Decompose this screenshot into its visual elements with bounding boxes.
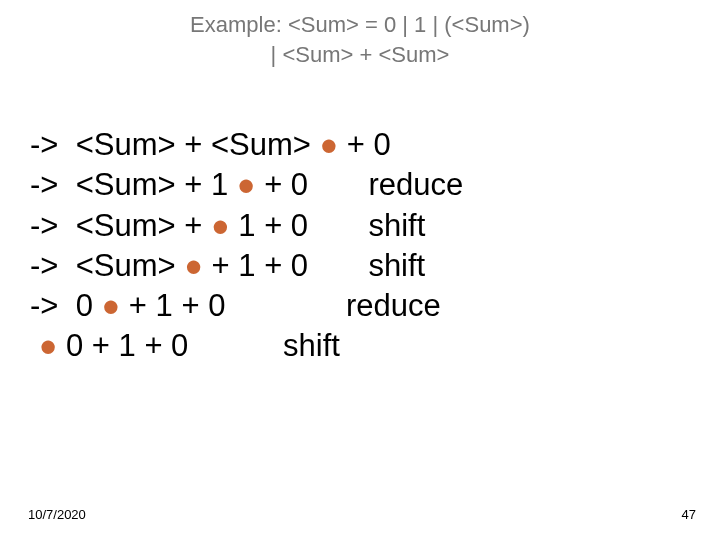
dot-marker-icon: ● xyxy=(102,286,121,326)
header-line-2: | <Sum> + <Sum> xyxy=(271,42,450,67)
dot-marker-icon: ● xyxy=(184,246,203,286)
derivation-step: -> <Sum> + <Sum> ● + 0 xyxy=(30,125,463,165)
header-line-1: Example: <Sum> = 0 | 1 | (<Sum>) xyxy=(190,12,530,37)
slide: Example: <Sum> = 0 | 1 | (<Sum>) | <Sum>… xyxy=(0,0,720,540)
step-left: -> <Sum> xyxy=(30,248,184,283)
footer-page-number: 47 xyxy=(682,507,696,522)
step-right: + 1 + 0 reduce xyxy=(120,288,441,323)
step-left xyxy=(30,328,39,363)
derivation-step: -> <Sum> ● + 1 + 0 shift xyxy=(30,246,463,286)
derivation-step: -> 0 ● + 1 + 0 reduce xyxy=(30,286,463,326)
grammar-example-header: Example: <Sum> = 0 | 1 | (<Sum>) | <Sum>… xyxy=(0,10,720,69)
footer-date: 10/7/2020 xyxy=(28,507,86,522)
step-left: -> <Sum> + 1 xyxy=(30,167,237,202)
dot-marker-icon: ● xyxy=(211,206,230,246)
dot-marker-icon: ● xyxy=(237,165,256,205)
derivation-step: -> <Sum> + ● 1 + 0 shift xyxy=(30,206,463,246)
step-left: -> 0 xyxy=(30,288,102,323)
step-left: -> <Sum> + xyxy=(30,208,211,243)
parse-derivation: -> <Sum> + <Sum> ● + 0 -> <Sum> + 1 ● + … xyxy=(30,125,463,367)
step-right: 1 + 0 shift xyxy=(230,208,426,243)
step-right: + 1 + 0 shift xyxy=(203,248,425,283)
step-right: + 0 reduce xyxy=(256,167,464,202)
step-right: 0 + 1 + 0 shift xyxy=(57,328,340,363)
derivation-step: ● 0 + 1 + 0 shift xyxy=(30,326,463,366)
derivation-step: -> <Sum> + 1 ● + 0 reduce xyxy=(30,165,463,205)
step-right: + 0 xyxy=(338,127,391,162)
dot-marker-icon: ● xyxy=(39,326,58,366)
step-left: -> <Sum> + <Sum> xyxy=(30,127,320,162)
dot-marker-icon: ● xyxy=(320,125,339,165)
